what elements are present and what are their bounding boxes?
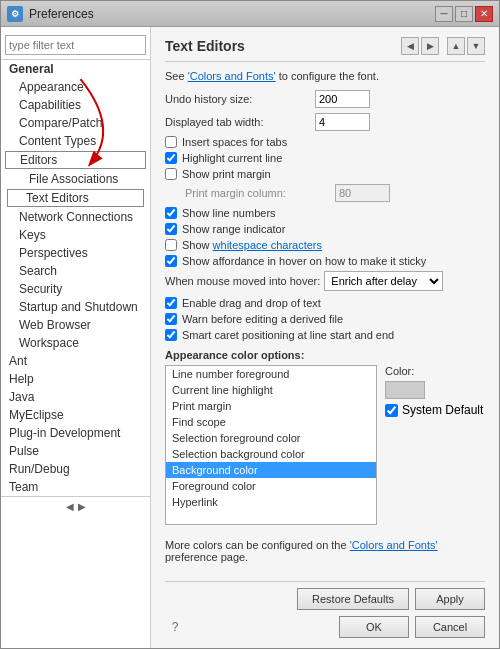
preferences-window: ⚙ Preferences ─ □ ✕ General Appearance C… (0, 0, 500, 649)
color-item-print-margin[interactable]: Print margin (166, 398, 376, 414)
more-colors-text: More colors can be configured on the 'Co… (165, 539, 485, 563)
print-margin-col-input[interactable] (335, 184, 390, 202)
cancel-button[interactable]: Cancel (415, 616, 485, 638)
minimize-button[interactable]: ─ (435, 6, 453, 22)
sidebar-item-ant[interactable]: Ant (1, 352, 150, 370)
system-default-row: System Default (385, 403, 485, 417)
show-range-checkbox[interactable] (165, 223, 177, 235)
undo-history-row: Undo history size: (165, 90, 485, 108)
sidebar-item-run-debug[interactable]: Run/Debug (1, 460, 150, 478)
header-separator (165, 61, 485, 62)
sidebar-item-appearance[interactable]: Appearance (1, 78, 150, 96)
insert-spaces-label: Insert spaces for tabs (182, 136, 287, 148)
smart-caret-row: Smart caret positioning at line start an… (165, 329, 485, 341)
sidebar-item-capabilities[interactable]: Capabilities (1, 96, 150, 114)
sidebar-item-security[interactable]: Security (1, 280, 150, 298)
ok-button[interactable]: OK (339, 616, 409, 638)
insert-spaces-row: Insert spaces for tabs (165, 136, 485, 148)
warn-derived-label: Warn before editing a derived file (182, 313, 343, 325)
show-print-margin-label: Show print margin (182, 168, 271, 180)
enable-drag-drop-checkbox[interactable] (165, 297, 177, 309)
content-title: Text Editors (165, 38, 245, 54)
show-affordance-row: Show affordance in hover on how to make … (165, 255, 485, 267)
nav-back-button[interactable]: ◀ (401, 37, 419, 55)
insert-spaces-checkbox[interactable] (165, 136, 177, 148)
show-line-numbers-row: Show line numbers (165, 207, 485, 219)
sidebar-item-editors-box[interactable]: Editors (5, 151, 146, 169)
filter-input[interactable] (5, 35, 146, 55)
ok-cancel-row: ? OK Cancel (165, 610, 485, 638)
color-item-line-fg[interactable]: Line number foreground (166, 366, 376, 382)
show-range-row: Show range indicator (165, 223, 485, 235)
sidebar-scroll-right[interactable]: ▶ (78, 501, 86, 512)
sidebar-tree: General Appearance Capabilities Compare/… (1, 60, 150, 496)
sidebar-scroll-left[interactable]: ◀ (66, 501, 74, 512)
show-affordance-label: Show affordance in hover on how to make … (182, 255, 426, 267)
show-whitespace-checkbox[interactable] (165, 239, 177, 251)
sidebar-item-java[interactable]: Java (1, 388, 150, 406)
sidebar-item-search[interactable]: Search (1, 262, 150, 280)
show-range-label: Show range indicator (182, 223, 285, 235)
colors-fonts-link-bottom[interactable]: 'Colors and Fonts' (350, 539, 438, 551)
color-label: Color: (385, 365, 485, 377)
color-swatch[interactable] (385, 381, 425, 399)
sidebar-item-editors-label: Editors (20, 153, 57, 167)
apply-button[interactable]: Apply (415, 588, 485, 610)
highlight-line-label: Highlight current line (182, 152, 282, 164)
color-item-find-scope[interactable]: Find scope (166, 414, 376, 430)
color-item-current-highlight[interactable]: Current line highlight (166, 382, 376, 398)
sidebar-item-general[interactable]: General (1, 60, 150, 78)
color-item-hyperlink[interactable]: Hyperlink (166, 494, 376, 510)
warn-derived-checkbox[interactable] (165, 313, 177, 325)
sidebar-item-pulse[interactable]: Pulse (1, 442, 150, 460)
nav-forward-button[interactable]: ▶ (421, 37, 439, 55)
title-bar-left: ⚙ Preferences (7, 6, 94, 22)
sidebar-item-text-editors-box[interactable]: Text Editors (7, 189, 144, 207)
restore-defaults-button[interactable]: Restore Defaults (297, 588, 409, 610)
sidebar-item-team[interactable]: Team (1, 478, 150, 496)
colors-fonts-link-top[interactable]: 'Colors and Fonts' (188, 70, 276, 82)
enable-drag-drop-row: Enable drag and drop of text (165, 297, 485, 309)
maximize-button[interactable]: □ (455, 6, 473, 22)
sidebar-item-perspectives[interactable]: Perspectives (1, 244, 150, 262)
color-item-foreground[interactable]: Foreground color (166, 478, 376, 494)
sidebar-item-content-types[interactable]: Content Types (1, 132, 150, 150)
sidebar-item-plugin[interactable]: Plug-in Development (1, 424, 150, 442)
tab-width-input[interactable] (315, 113, 370, 131)
title-bar: ⚙ Preferences ─ □ ✕ (1, 1, 499, 27)
appearance-header: Appearance color options: (165, 349, 485, 361)
undo-history-input[interactable] (315, 90, 370, 108)
show-print-margin-checkbox[interactable] (165, 168, 177, 180)
nav-down-button[interactable]: ▼ (467, 37, 485, 55)
sidebar-item-help[interactable]: Help (1, 370, 150, 388)
close-button[interactable]: ✕ (475, 6, 493, 22)
smart-caret-checkbox[interactable] (165, 329, 177, 341)
sidebar-item-file-associations[interactable]: File Associations (1, 170, 150, 188)
enable-drag-drop-label: Enable drag and drop of text (182, 297, 321, 309)
hover-select[interactable]: Enrich after delay Enrich immediately Ne… (324, 271, 443, 291)
system-default-checkbox[interactable] (385, 404, 398, 417)
hover-label: When mouse moved into hover: (165, 275, 320, 287)
bottom-button-row: Restore Defaults Apply (165, 581, 485, 610)
color-options-box: Line number foreground Current line high… (165, 365, 485, 525)
color-item-selection-bg[interactable]: Selection background color (166, 446, 376, 462)
sidebar-item-myeclipse[interactable]: MyEclipse (1, 406, 150, 424)
whitespace-link[interactable]: whitespace characters (213, 239, 322, 251)
tab-width-row: Displayed tab width: (165, 113, 485, 131)
hover-row: When mouse moved into hover: Enrich afte… (165, 271, 485, 291)
sidebar-scroll-bottom: ◀ ▶ (1, 496, 150, 516)
sidebar-item-network[interactable]: Network Connections (1, 208, 150, 226)
show-affordance-checkbox[interactable] (165, 255, 177, 267)
show-line-numbers-checkbox[interactable] (165, 207, 177, 219)
sidebar-item-workspace[interactable]: Workspace (1, 334, 150, 352)
nav-up-button[interactable]: ▲ (447, 37, 465, 55)
sidebar-item-startup[interactable]: Startup and Shutdown (1, 298, 150, 316)
sidebar-item-compare-patch[interactable]: Compare/Patch (1, 114, 150, 132)
sidebar-item-web-browser[interactable]: Web Browser (1, 316, 150, 334)
highlight-line-checkbox[interactable] (165, 152, 177, 164)
nav-arrows: ◀ ▶ ▲ ▼ (401, 37, 485, 55)
help-icon[interactable]: ? (165, 616, 185, 638)
color-item-selection-fg[interactable]: Selection foreground color (166, 430, 376, 446)
color-item-background[interactable]: Background color (166, 462, 376, 478)
sidebar-item-keys[interactable]: Keys (1, 226, 150, 244)
